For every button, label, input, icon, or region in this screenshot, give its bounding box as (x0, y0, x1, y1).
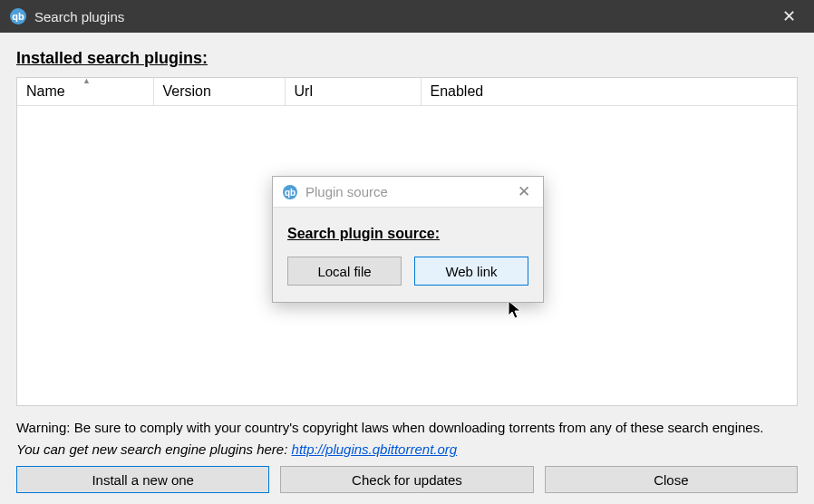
hint-text: You can get new search engine plugins he… (16, 441, 798, 457)
column-header-name[interactable]: Name ▲ (17, 78, 153, 106)
dialog-close-icon[interactable]: ✕ (514, 182, 534, 201)
close-button[interactable]: Close (545, 466, 798, 493)
hint-prefix: You can get new search engine plugins he… (16, 441, 292, 457)
titlebar: qb Search plugins ✕ (0, 0, 814, 33)
dialog-buttons: Local file Web link (287, 257, 528, 286)
close-icon[interactable]: ✕ (773, 6, 805, 26)
warning-text: Warning: Be sure to comply with your cou… (16, 419, 798, 437)
qbittorrent-icon: qb (282, 184, 298, 200)
column-header-url[interactable]: Url (285, 78, 421, 106)
button-row: Install a new one Check for updates Clos… (16, 466, 798, 493)
installed-plugins-heading: Installed search plugins: (16, 49, 798, 68)
qbittorrent-icon: qb (9, 7, 27, 25)
column-header-version[interactable]: Version (153, 78, 285, 106)
sort-ascending-icon: ▲ (82, 77, 91, 85)
dialog-titlebar: qb Plugin source ✕ (273, 177, 543, 208)
dialog-title: Plugin source (305, 184, 514, 199)
window-title: Search plugins (34, 9, 773, 24)
svg-text:qb: qb (12, 11, 24, 22)
install-new-button[interactable]: Install a new one (16, 466, 269, 493)
plugins-link[interactable]: http://plugins.qbittorrent.org (292, 441, 458, 457)
column-header-enabled[interactable]: Enabled (421, 78, 797, 106)
dialog-heading: Search plugin source: (287, 226, 528, 242)
web-link-button[interactable]: Web link (414, 257, 528, 286)
local-file-button[interactable]: Local file (287, 257, 402, 286)
check-updates-button[interactable]: Check for updates (280, 466, 533, 493)
plugin-source-dialog: qb Plugin source ✕ Search plugin source:… (272, 176, 544, 303)
svg-text:qb: qb (285, 188, 296, 198)
dialog-body: Search plugin source: Local file Web lin… (273, 208, 543, 302)
column-header-name-label: Name (26, 83, 65, 99)
plugins-table: Name ▲ Version Url Enabled (17, 78, 797, 106)
